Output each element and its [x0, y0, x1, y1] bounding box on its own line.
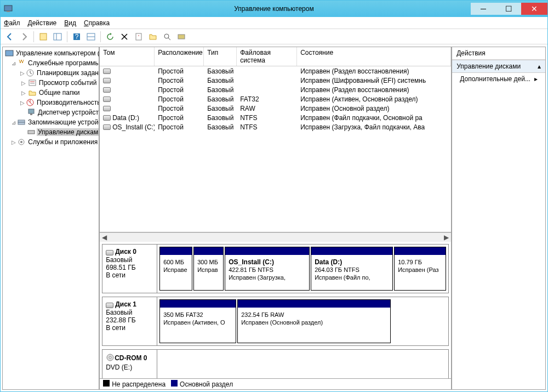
disk-row[interactable]: Диск 0Базовый698.51 ГБВ сети600 МБИсправ…: [102, 244, 449, 293]
volume-list-header[interactable]: Том Расположение Тип Файловая система Со…: [100, 47, 451, 66]
tree-root[interactable]: Управление компьютером (л: [3, 48, 99, 58]
partition[interactable]: 600 МБИсправе: [159, 247, 192, 291]
disk-icon: [106, 248, 115, 256]
svg-point-27: [20, 141, 22, 143]
minimize-button[interactable]: ─: [471, 3, 496, 15]
menu-action[interactable]: Действие: [28, 19, 57, 27]
svg-rect-3: [54, 33, 61, 40]
partition-header: [225, 247, 309, 255]
svg-rect-9: [136, 33, 141, 40]
tree-performance[interactable]: ▷Производительность: [3, 98, 99, 107]
close-button[interactable]: ✕: [521, 3, 547, 15]
tree-services-apps[interactable]: ▷Службы и приложения: [3, 137, 99, 147]
partition[interactable]: 300 МБИсправ: [193, 247, 224, 291]
menu-view[interactable]: Вид: [64, 19, 76, 27]
app-icon: [4, 4, 13, 13]
panel-layout-button[interactable]: [52, 31, 64, 43]
console-tree[interactable]: Управление компьютером (л ⊿Служебные про…: [2, 47, 99, 390]
details-pane: Том Расположение Тип Файловая система Со…: [99, 47, 452, 390]
volume-row[interactable]: OS_Install (C:)ПростойБазовыйNTFSИсправе…: [100, 122, 451, 132]
partition-header: [238, 300, 390, 308]
col-status[interactable]: Состояние: [297, 47, 451, 66]
col-layout[interactable]: Расположение: [155, 47, 204, 66]
col-type[interactable]: Тип: [204, 47, 237, 66]
svg-rect-24: [18, 122, 25, 124]
partition[interactable]: 232.54 ГБ RAWИсправен (Основной раздел): [237, 299, 391, 343]
disk-row[interactable]: Диск 1Базовый232.88 ГБВ сети350 МБ FAT32…: [102, 297, 449, 346]
delete-button[interactable]: [118, 31, 130, 43]
maximize-button[interactable]: ☐: [496, 3, 521, 15]
volume-row[interactable]: ПростойБазовыйИсправен (Раздел восстанов…: [100, 66, 451, 76]
disk-icon: [106, 301, 115, 309]
show-hide-tree-button[interactable]: [37, 31, 49, 43]
tree-shared-folders[interactable]: ▷Общие папки: [3, 88, 99, 98]
actions-section[interactable]: Управление дисками▴: [452, 60, 545, 73]
tree-event-viewer[interactable]: ▷Просмотр событий: [3, 78, 99, 88]
partition-body: 232.54 ГБ RAWИсправен (Основной раздел): [238, 308, 390, 329]
volume-row[interactable]: ПростойБазовыйИсправен (Шифрованный (EFI…: [100, 76, 451, 85]
horizontal-scrollbar[interactable]: ◀▶: [100, 232, 451, 242]
collapse-icon[interactable]: ▴: [538, 63, 541, 70]
title-bar: Управление компьютером ─ ☐ ✕: [1, 1, 547, 17]
partition[interactable]: 350 МБ FAT32Исправен (Активен, О: [159, 299, 236, 343]
disk-icon: [103, 124, 111, 130]
menu-help[interactable]: Справка: [84, 19, 110, 27]
svg-text:?: ?: [75, 33, 79, 41]
svg-rect-1: [7, 11, 10, 12]
actions-more[interactable]: Дополнительные дей...▸: [452, 73, 545, 85]
svg-rect-2: [40, 33, 47, 40]
tree-storage[interactable]: ⊿Запоминающие устройст: [3, 117, 99, 127]
partition[interactable]: OS_Install (C:)422.81 ГБ NTFSИсправен (З…: [225, 247, 310, 291]
col-filesystem[interactable]: Файловая система: [237, 47, 297, 66]
menu-file[interactable]: Файл: [4, 19, 20, 27]
menu-bar: Файл Действие Вид Справка: [1, 17, 547, 29]
actions-pane: Действия Управление дисками▴ Дополнитель…: [452, 47, 546, 390]
disk-icon: [103, 87, 111, 93]
svg-rect-14: [5, 50, 13, 56]
forward-button[interactable]: [18, 31, 30, 43]
window-title: Управление компьютером: [1, 5, 547, 13]
partition[interactable]: Data (D:)264.03 ГБ NTFSИсправен (Файл по…: [311, 247, 393, 291]
volume-row[interactable]: ПростойБазовыйИсправен (Раздел восстанов…: [100, 85, 451, 94]
view-list-button[interactable]: [85, 31, 97, 43]
svg-rect-22: [30, 113, 32, 115]
svg-rect-16: [29, 80, 36, 86]
partition-header: [194, 247, 223, 255]
partition-body: OS_Install (C:)422.81 ГБ NTFSИсправен (З…: [225, 255, 309, 285]
properties-button[interactable]: [133, 31, 145, 43]
disk-info: Диск 1Базовый232.88 ГБВ сети: [102, 297, 157, 345]
tree-system-tools[interactable]: ⊿Служебные программы: [3, 58, 99, 68]
disk-icon: [103, 115, 111, 121]
volume-row[interactable]: ПростойБазовыйFAT32Исправен (Активен, Ос…: [100, 94, 451, 104]
partition-header: [311, 247, 392, 255]
partition-header: [160, 247, 192, 255]
volume-list[interactable]: Том Расположение Тип Файловая система Со…: [100, 47, 451, 232]
col-volume[interactable]: Том: [100, 47, 155, 66]
volume-row[interactable]: ПростойБазовыйRAWИсправен (Основной разд…: [100, 104, 451, 113]
tree-task-scheduler[interactable]: ▷Планировщик заданий: [3, 68, 99, 78]
disk-map[interactable]: Диск 0Базовый698.51 ГБВ сети600 МБИсправ…: [100, 242, 451, 378]
help-button[interactable]: ?: [71, 31, 83, 43]
disk-row[interactable]: CD-ROM 0DVD (E:)Нет носителя: [102, 349, 449, 378]
partition[interactable]: 10.79 ГБИсправен (Раз: [394, 247, 446, 291]
partition-body: 600 МБИсправе: [160, 255, 192, 277]
svg-rect-21: [28, 109, 34, 113]
volume-row[interactable]: Data (D:)ПростойБазовыйNTFSИсправен (Фай…: [100, 113, 451, 122]
actions-header: Действия: [452, 47, 545, 60]
folder-button[interactable]: [147, 31, 159, 43]
disk-info: CD-ROM 0DVD (E:)Нет носителя: [102, 350, 157, 378]
last-button[interactable]: [175, 31, 187, 43]
disk-icon: [103, 106, 111, 111]
tree-disk-management[interactable]: Управление дисками: [3, 127, 99, 137]
svg-point-10: [138, 35, 139, 36]
svg-rect-25: [28, 130, 35, 134]
back-button[interactable]: [4, 31, 16, 43]
disk-icon: [103, 96, 111, 102]
disk-icon: [103, 78, 111, 83]
toolbar: ?: [1, 29, 547, 44]
tree-device-manager[interactable]: Диспетчер устройств: [3, 107, 99, 117]
svg-rect-0: [4, 5, 12, 11]
search-button[interactable]: [161, 31, 173, 43]
svg-line-12: [168, 38, 170, 40]
refresh-button[interactable]: [104, 31, 116, 43]
